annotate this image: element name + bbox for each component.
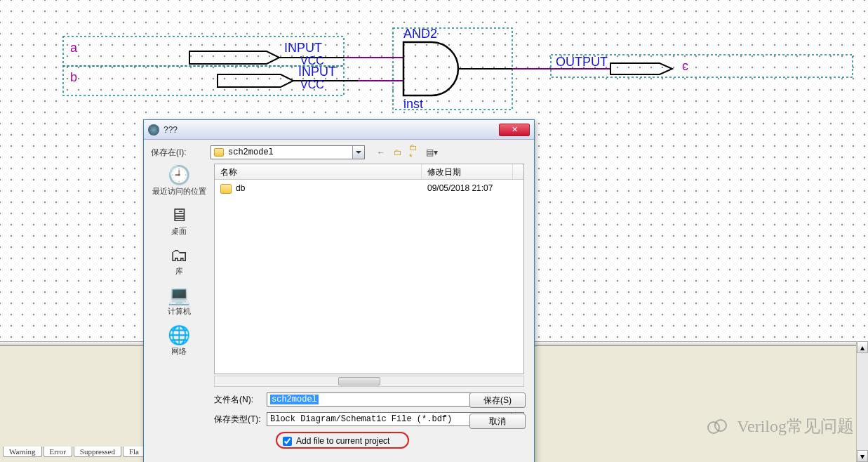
col-name[interactable]: 名称 xyxy=(215,164,422,179)
text-vcc-2: VCC xyxy=(300,79,324,91)
place-network-label: 网络 xyxy=(171,346,187,357)
watermark: Verilog常见问题 xyxy=(707,415,854,437)
computer-icon: 💻 xyxy=(166,284,192,306)
place-desktop-label: 桌面 xyxy=(171,226,187,237)
scroll-up-button[interactable]: ▴ xyxy=(857,341,868,353)
save-file-dialog: ??? ✕ 保存在(I): sch2model ← 🗀 🗀* ▤▾ 🕘最近访问的… xyxy=(143,119,535,462)
add-file-checkbox[interactable]: Add file to current project xyxy=(283,436,389,446)
tab-flag[interactable]: Fla xyxy=(123,447,145,457)
places-bar: 🕘最近访问的位置 🖥桌面 🗂库 💻计算机 🌐网络 xyxy=(151,164,207,388)
place-network[interactable]: 🌐网络 xyxy=(166,324,192,357)
filetype-value: Block Diagram/Schematic File (*.bdf) xyxy=(270,414,452,424)
pin-label-a: a xyxy=(70,41,78,55)
filename-value: sch2model xyxy=(270,395,319,404)
place-libraries-label: 库 xyxy=(175,266,183,277)
file-list-header: 名称 修改日期 xyxy=(215,164,523,180)
text-input-1: INPUT xyxy=(284,41,322,55)
scroll-thumb[interactable] xyxy=(338,377,380,385)
close-button[interactable]: ✕ xyxy=(499,124,530,136)
add-file-checkbox-input[interactable] xyxy=(283,437,292,446)
scroll-down-button[interactable]: ▾ xyxy=(857,450,868,462)
filename-label: 文件名(N): xyxy=(214,394,267,406)
pin-label-b: b xyxy=(70,70,77,84)
chevron-down-icon[interactable] xyxy=(352,146,364,159)
horizontal-scrollbar[interactable] xyxy=(214,376,524,387)
network-icon: 🌐 xyxy=(166,324,192,346)
file-row[interactable]: db 09/05/2018 21:07 xyxy=(215,180,523,197)
cancel-button[interactable]: 取消 xyxy=(469,414,526,429)
folder-icon xyxy=(220,184,232,194)
tab-warning[interactable]: Warning xyxy=(3,447,42,457)
filetype-label: 保存类型(T): xyxy=(214,414,267,425)
file-modified: 09/05/2018 21:07 xyxy=(422,181,513,195)
place-computer-label: 计算机 xyxy=(168,306,191,317)
new-folder-icon[interactable]: 🗀* xyxy=(408,146,421,159)
message-tabs: Warning Error Suppressed Fla xyxy=(0,445,145,458)
libraries-icon: 🗂 xyxy=(166,244,192,266)
place-libraries[interactable]: 🗂库 xyxy=(166,244,192,277)
folder-icon xyxy=(214,148,224,157)
app-icon xyxy=(148,124,159,136)
text-output: OUTPUT xyxy=(556,55,608,69)
save-in-label: 保存在(I): xyxy=(151,147,211,159)
gate-instance-label: inst xyxy=(403,97,423,111)
file-list[interactable]: 名称 修改日期 db 09/05/2018 21:07 xyxy=(214,164,524,374)
recent-icon: 🕘 xyxy=(166,164,192,186)
save-in-combo[interactable]: sch2model xyxy=(211,145,365,159)
vertical-scrollbar[interactable]: ▴ ▾ xyxy=(856,341,868,462)
file-name: db xyxy=(236,183,245,193)
wechat-icon xyxy=(707,419,731,433)
desktop-icon: 🖥 xyxy=(166,204,192,226)
place-computer[interactable]: 💻计算机 xyxy=(166,284,192,317)
save-button[interactable]: 保存(S) xyxy=(469,392,526,408)
gate-type-label: AND2 xyxy=(403,27,437,41)
add-file-label: Add file to current project xyxy=(296,436,389,446)
dialog-title: ??? xyxy=(163,125,499,135)
place-desktop[interactable]: 🖥桌面 xyxy=(166,204,192,237)
back-icon[interactable]: ← xyxy=(375,146,387,159)
place-recent[interactable]: 🕘最近访问的位置 xyxy=(152,164,206,197)
tab-suppressed[interactable]: Suppressed xyxy=(74,447,121,457)
text-input-2: INPUT xyxy=(298,65,336,79)
tab-error[interactable]: Error xyxy=(44,447,72,457)
dialog-titlebar[interactable]: ??? ✕ xyxy=(144,120,534,140)
view-menu-icon[interactable]: ▤▾ xyxy=(425,146,438,159)
pin-label-c: c xyxy=(682,59,688,73)
place-recent-label: 最近访问的位置 xyxy=(152,186,206,197)
col-modified[interactable]: 修改日期 xyxy=(422,164,513,179)
up-folder-icon[interactable]: 🗀 xyxy=(392,146,404,159)
watermark-text: Verilog常见问题 xyxy=(737,415,854,437)
save-in-value: sch2model xyxy=(228,147,274,157)
